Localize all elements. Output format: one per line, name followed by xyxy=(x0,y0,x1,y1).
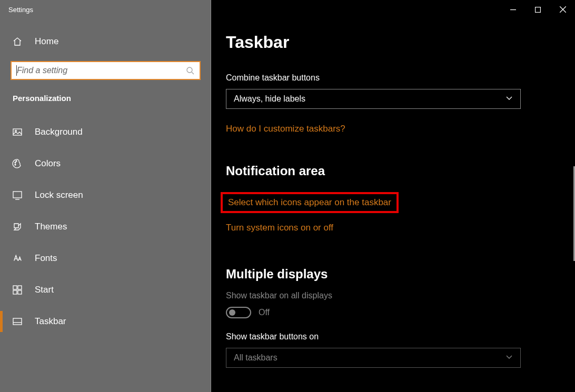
home-label: Home xyxy=(35,36,58,47)
show-buttons-on-select[interactable]: All taskbars xyxy=(226,348,521,368)
themes-icon xyxy=(12,221,23,233)
image-icon xyxy=(12,126,23,138)
svg-point-3 xyxy=(15,162,16,163)
start-icon xyxy=(12,284,23,296)
multiple-displays-section-title: Multiple displays xyxy=(226,267,560,282)
svg-rect-1 xyxy=(13,129,22,135)
sidebar-item-label: Taskbar xyxy=(35,316,66,327)
combine-on-label: Show taskbar buttons on xyxy=(226,332,560,341)
annotation-highlight: Select which icons appear on the taskbar xyxy=(221,192,399,213)
nav-list: Background Colors Lock screen Themes Fon xyxy=(0,116,211,337)
category-header: Personalization xyxy=(0,85,211,107)
svg-point-4 xyxy=(16,160,17,162)
fonts-icon xyxy=(12,253,23,264)
content-area: Taskbar Combine taskbar buttons Always, … xyxy=(211,0,575,392)
toggle-row: Off xyxy=(226,307,560,318)
sidebar-item-background[interactable]: Background xyxy=(0,116,211,148)
select-value: All taskbars xyxy=(234,353,277,363)
svg-rect-8 xyxy=(18,286,22,289)
sidebar-item-lockscreen[interactable]: Lock screen xyxy=(0,179,211,211)
toggle-knob xyxy=(229,309,235,316)
search-icon xyxy=(186,66,194,75)
select-value: Always, hide labels xyxy=(234,94,305,104)
text-caret xyxy=(16,65,17,76)
sidebar-item-label: Background xyxy=(35,127,83,137)
lockscreen-icon xyxy=(12,189,23,201)
svg-rect-7 xyxy=(13,286,17,289)
settings-sidebar: Settings Home Personalization Background… xyxy=(0,0,211,392)
show-all-label: Show taskbar on all displays xyxy=(226,291,560,300)
close-button[interactable] xyxy=(550,0,575,19)
window-title: Settings xyxy=(0,0,211,19)
customize-taskbar-link[interactable]: How do I customize taskbars? xyxy=(226,124,560,134)
maximize-button[interactable] xyxy=(526,0,550,19)
sidebar-item-label: Start xyxy=(35,285,54,295)
sidebar-item-taskbar[interactable]: Taskbar xyxy=(0,306,211,337)
svg-point-5 xyxy=(15,164,16,165)
page-title: Taskbar xyxy=(226,33,560,52)
combine-label: Combine taskbar buttons xyxy=(226,73,560,83)
sidebar-item-colors[interactable]: Colors xyxy=(0,148,211,179)
sidebar-item-label: Themes xyxy=(35,222,67,232)
search-input[interactable] xyxy=(11,61,201,80)
search-container xyxy=(11,61,201,80)
sidebar-item-start[interactable]: Start xyxy=(0,274,211,306)
select-icons-link[interactable]: Select which icons appear on the taskbar xyxy=(228,197,391,208)
toggle-state-label: Off xyxy=(259,308,270,317)
main-content: Taskbar Combine taskbar buttons Always, … xyxy=(211,0,575,392)
chevron-down-icon xyxy=(505,353,513,363)
vertical-scrollbar[interactable] xyxy=(572,19,575,392)
sidebar-item-fonts[interactable]: Fonts xyxy=(0,243,211,274)
chevron-down-icon xyxy=(505,94,513,104)
svg-point-0 xyxy=(187,67,192,73)
sidebar-item-label: Lock screen xyxy=(35,190,83,200)
svg-rect-11 xyxy=(13,318,22,325)
sidebar-item-label: Colors xyxy=(35,158,61,169)
svg-point-2 xyxy=(15,130,17,132)
combine-taskbar-select[interactable]: Always, hide labels xyxy=(226,89,521,109)
home-icon xyxy=(12,36,23,47)
minimize-button[interactable] xyxy=(501,0,526,19)
palette-icon xyxy=(12,158,23,169)
taskbar-icon xyxy=(12,316,23,327)
home-nav[interactable]: Home xyxy=(0,28,211,55)
svg-rect-12 xyxy=(536,7,541,12)
notification-section-title: Notification area xyxy=(226,164,560,178)
svg-rect-6 xyxy=(13,192,22,198)
svg-rect-10 xyxy=(18,290,22,294)
sidebar-item-label: Fonts xyxy=(35,253,57,264)
show-all-toggle[interactable] xyxy=(226,307,251,318)
window-controls xyxy=(501,0,575,19)
sidebar-item-themes[interactable]: Themes xyxy=(0,211,211,243)
system-icons-link[interactable]: Turn system icons on or off xyxy=(226,218,333,237)
svg-rect-9 xyxy=(13,290,17,294)
